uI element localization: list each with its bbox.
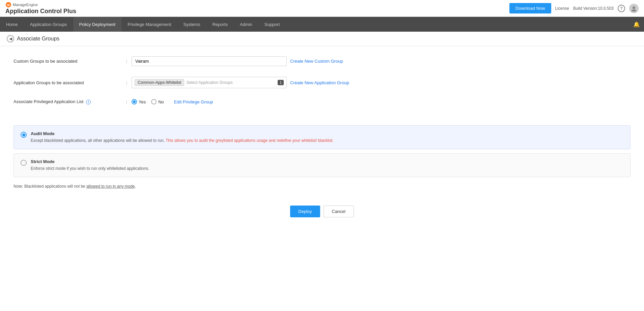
action-buttons: Deploy Cancel xyxy=(0,199,644,224)
back-arrow-icon: ◀ xyxy=(9,36,12,41)
edit-privilege-group-link[interactable]: Edit Privilege Group xyxy=(174,99,213,104)
strict-mode-desc: Enforce strict mode if you wish to run o… xyxy=(31,165,149,172)
logo-area: M ManageEngine Application Control Plus xyxy=(5,2,76,15)
nav-right: 🔔 xyxy=(633,17,644,32)
nav-item-app-groups[interactable]: Application Groups xyxy=(24,17,73,32)
strict-mode-content: Strict Mode Enforce strict mode if you w… xyxy=(31,159,149,172)
app-groups-colon: : xyxy=(121,80,132,85)
priv-app-control: Yes No Edit Privilege Group xyxy=(132,99,631,104)
app-title: Application Control Plus xyxy=(5,8,76,15)
page-title: Associate Groups xyxy=(17,36,59,42)
strict-mode-title: Strict Mode xyxy=(31,159,149,164)
user-avatar[interactable] xyxy=(629,4,639,13)
download-now-button[interactable]: Download Now xyxy=(509,3,551,13)
audit-mode-box[interactable]: Audit Mode Except blacklisted applicatio… xyxy=(13,125,631,149)
app-groups-placeholder: Select Application Groups xyxy=(186,80,232,85)
nav-item-support[interactable]: Support xyxy=(258,17,286,32)
nav-item-admin[interactable]: Admin xyxy=(234,17,258,32)
audit-mode-content: Audit Mode Except blacklisted applicatio… xyxy=(31,131,334,144)
audit-mode-desc: Except blacklisted applications, all oth… xyxy=(31,137,334,144)
priv-app-info-icon[interactable]: i xyxy=(86,100,91,104)
svg-point-2 xyxy=(633,6,635,9)
priv-app-colon: : xyxy=(121,99,132,104)
nav-bar: Home Application Groups Policy Deploymen… xyxy=(0,17,644,32)
cancel-button[interactable]: Cancel xyxy=(324,206,354,217)
priv-no-radio[interactable]: No xyxy=(151,99,164,104)
custom-groups-control: Create New Custom Group xyxy=(132,56,631,66)
deploy-button[interactable]: Deploy xyxy=(290,206,320,217)
create-custom-group-link[interactable]: Create New Custom Group xyxy=(290,59,343,64)
app-groups-tag-input[interactable]: Common-Apps-Whitelist Select Application… xyxy=(132,77,287,88)
audit-mode-radio xyxy=(21,132,27,138)
license-label: License xyxy=(555,6,569,11)
app-groups-row: Application Groups to be associated : Co… xyxy=(13,77,631,88)
priv-app-radio-group: Yes No xyxy=(132,99,164,104)
top-bar: M ManageEngine Application Control Plus … xyxy=(0,0,644,17)
custom-groups-input[interactable] xyxy=(132,56,287,66)
mode-boxes: Audit Mode Except blacklisted applicatio… xyxy=(0,125,644,177)
top-right-area: Download Now License Build Version:10.0.… xyxy=(509,3,639,13)
logo-manage: M ManageEngine xyxy=(5,2,76,8)
strict-mode-box[interactable]: Strict Mode Enforce strict mode if you w… xyxy=(13,153,631,177)
notification-bell-icon[interactable]: 🔔 xyxy=(633,21,640,28)
back-button[interactable]: ◀ xyxy=(7,35,14,42)
priv-no-label: No xyxy=(158,99,164,104)
nav-item-home[interactable]: Home xyxy=(0,17,24,32)
custom-groups-row: Custom Groups to be associated : Create … xyxy=(13,56,631,66)
main-content: Custom Groups to be associated : Create … xyxy=(0,46,644,125)
nav-item-policy-deployment[interactable]: Policy Deployment xyxy=(73,17,122,32)
priv-app-label: Associate Privileged Application List i xyxy=(13,99,121,104)
strict-mode-radio xyxy=(21,160,27,166)
nav-item-reports[interactable]: Reports xyxy=(206,17,234,32)
user-profile-icon xyxy=(631,5,637,11)
svg-text:M: M xyxy=(7,3,10,7)
priv-yes-label: Yes xyxy=(139,99,146,104)
app-group-tag: Common-Apps-Whitelist xyxy=(135,79,184,86)
build-version: Build Version:10.0.503 xyxy=(573,6,614,11)
svg-point-3 xyxy=(632,9,636,11)
priv-yes-radio-circle xyxy=(132,99,137,104)
app-groups-control: Common-Apps-Whitelist Select Application… xyxy=(132,77,631,88)
app-groups-label: Application Groups to be associated xyxy=(13,80,121,85)
help-icon[interactable]: ? xyxy=(618,5,625,12)
nav-item-privilege-management[interactable]: Privilege Management xyxy=(121,17,177,32)
priv-yes-radio[interactable]: Yes xyxy=(132,99,146,104)
manage-engine-logo-icon: M xyxy=(5,2,11,8)
breadcrumb: ◀ Associate Groups xyxy=(0,32,644,46)
create-app-group-link[interactable]: Create New Application Group xyxy=(290,80,349,85)
nav-item-systems[interactable]: Systems xyxy=(177,17,206,32)
audit-mode-title: Audit Mode xyxy=(31,131,334,136)
custom-groups-colon: : xyxy=(121,59,132,64)
priv-app-row: Associate Privileged Application List i … xyxy=(13,99,631,104)
custom-groups-label: Custom Groups to be associated xyxy=(13,59,121,64)
app-groups-count: 1 xyxy=(278,80,284,85)
priv-no-radio-circle xyxy=(151,99,157,104)
note-text: Note: Blacklisted applications will not … xyxy=(0,184,644,189)
